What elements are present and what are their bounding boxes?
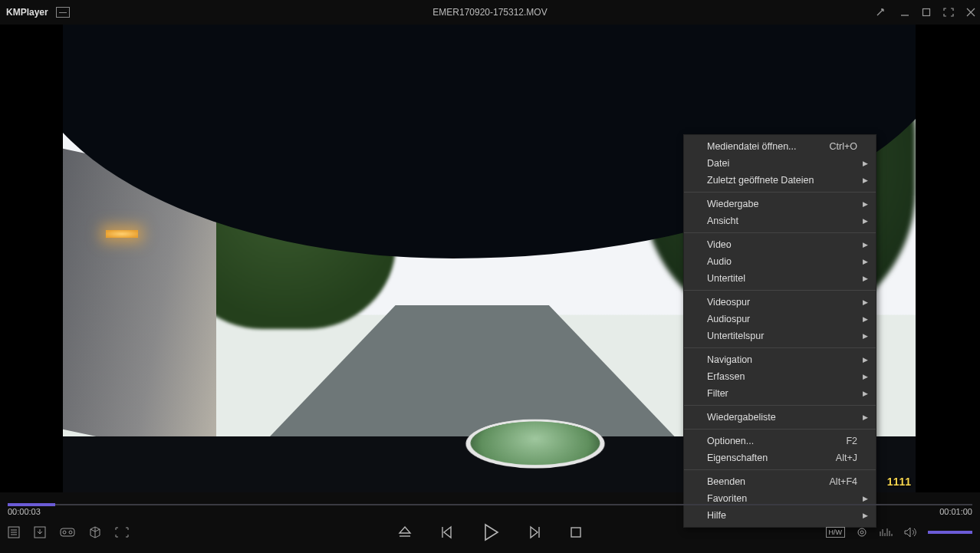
window-controls — [876, 0, 975, 25]
menu-item[interactable]: EigenschaftenAlt+J — [684, 449, 876, 466]
menu-item[interactable]: Mediendatei öffnen...Ctrl+O — [684, 138, 876, 155]
menu-item[interactable]: BeendenAlt+F4 — [684, 473, 876, 490]
close-button[interactable] — [966, 8, 975, 17]
time-elapsed: 00:00:03 — [8, 507, 41, 516]
menu-item-label: Videospur — [707, 297, 750, 308]
menu-item-label: Optionen... — [707, 436, 754, 446]
chevron-right-icon: ▶ — [863, 160, 868, 167]
menu-item[interactable]: Audiospur▶ — [684, 311, 876, 328]
menu-item[interactable]: Untertitel▶ — [684, 270, 876, 287]
chevron-right-icon: ▶ — [863, 298, 868, 306]
menu-item-label: Untertitel — [707, 273, 745, 284]
menu-item-label: Navigation — [707, 354, 752, 365]
file-title: EMER170920-175312.MOV — [0, 7, 980, 18]
chevron-right-icon: ▶ — [863, 200, 868, 208]
next-button[interactable] — [528, 525, 542, 540]
menu-item-shortcut: F2 — [846, 436, 857, 446]
vr-icon[interactable] — [60, 527, 75, 538]
menu-item-label: Ansicht — [707, 216, 738, 226]
menu-item-shortcut: Alt+F4 — [830, 476, 857, 487]
menu-item[interactable]: Video▶ — [684, 236, 876, 253]
playlist-icon[interactable] — [8, 526, 20, 538]
menu-item[interactable]: Zuletzt geöffnete Dateien▶ — [684, 172, 876, 189]
svg-rect-1 — [923, 9, 930, 16]
menu-item[interactable]: Navigation▶ — [684, 351, 876, 368]
minimize-button[interactable] — [900, 8, 909, 17]
chevron-right-icon: ▶ — [863, 373, 868, 380]
menu-item-shortcut: Ctrl+O — [830, 141, 857, 152]
chevron-right-icon: ▶ — [863, 258, 868, 265]
volume-slider[interactable] — [928, 531, 972, 534]
svg-point-12 — [858, 528, 866, 536]
menu-item[interactable]: Untertitelspur▶ — [684, 328, 876, 344]
menu-item-label: Wiedergabeliste — [707, 412, 776, 423]
menu-item[interactable]: Videospur▶ — [684, 294, 876, 311]
chevron-right-icon: ▶ — [863, 315, 868, 323]
menu-item-label: Wiedergabe — [707, 199, 758, 209]
time-row: 00:00:03 00:01:00 — [0, 505, 980, 516]
right-controls: H/W — [826, 526, 973, 538]
menu-item-label: Eigenschaften — [707, 453, 768, 463]
chevron-right-icon: ▶ — [863, 390, 868, 397]
chevron-right-icon: ▶ — [863, 217, 868, 225]
chevron-right-icon: ▶ — [863, 241, 868, 249]
settings-icon[interactable] — [856, 526, 868, 538]
menu-item-label: Beenden — [707, 476, 745, 487]
hw-badge[interactable]: H/W — [826, 527, 846, 538]
play-button[interactable] — [481, 522, 501, 543]
svg-point-8 — [63, 531, 66, 534]
video-viewport[interactable]: BP3.0 FH 1111 Mediendatei öffnen...Ctrl+… — [0, 25, 980, 492]
seek-progress — [8, 503, 55, 506]
menu-item-shortcut: Alt+J — [836, 453, 857, 463]
chevron-right-icon: ▶ — [863, 275, 868, 282]
menu-item-label: Zuletzt geöffnete Dateien — [707, 175, 814, 186]
menu-item[interactable]: Optionen...F2 — [684, 433, 876, 449]
svg-point-13 — [860, 531, 863, 534]
cube-icon[interactable] — [89, 526, 101, 538]
menu-item-label: Audiospur — [707, 314, 750, 324]
left-icons — [8, 526, 129, 538]
menu-item[interactable]: Wiedergabe▶ — [684, 196, 876, 212]
menu-item-label: Mediendatei öffnen... — [707, 141, 797, 152]
menu-item[interactable]: Filter▶ — [684, 385, 876, 402]
menu-item-label: Audio — [707, 256, 732, 267]
menu-item-label: Erfassen — [707, 371, 745, 382]
control-bar: 00:00:03 00:01:00 H/W — [0, 492, 980, 553]
menu-item-label: Datei — [707, 158, 729, 169]
menu-item-label: Video — [707, 239, 732, 250]
svg-rect-11 — [571, 528, 580, 537]
previous-button[interactable] — [439, 525, 453, 540]
svg-point-9 — [69, 531, 72, 534]
chevron-right-icon: ▶ — [863, 332, 868, 340]
menu-item[interactable]: Ansicht▶ — [684, 212, 876, 229]
volume-icon[interactable] — [903, 526, 917, 538]
maximize-button[interactable] — [922, 8, 931, 17]
menu-item[interactable]: Audio▶ — [684, 253, 876, 270]
chevron-right-icon: ▶ — [863, 176, 868, 184]
menu-item-label: Untertitelspur — [707, 331, 764, 341]
seek-bar[interactable] — [0, 495, 980, 505]
title-bar: KMPlayer EMER170920-175312.MOV — [0, 0, 980, 25]
download-icon[interactable] — [34, 526, 46, 538]
context-menu: Mediendatei öffnen...Ctrl+ODatei▶Zuletzt… — [683, 134, 876, 528]
menu-item-label: Filter — [707, 388, 728, 399]
time-total: 00:01:00 — [939, 507, 972, 516]
menu-item[interactable]: Erfassen▶ — [684, 368, 876, 385]
eject-button[interactable] — [398, 525, 412, 540]
chevron-right-icon: ▶ — [863, 356, 868, 364]
menu-item[interactable]: Wiedergabeliste▶ — [684, 409, 876, 426]
chevron-right-icon: ▶ — [863, 413, 868, 421]
stop-button[interactable] — [570, 526, 582, 538]
playback-controls — [398, 522, 582, 543]
fullscreen-button[interactable] — [943, 8, 954, 17]
capture-icon[interactable] — [115, 527, 129, 538]
equalizer-icon[interactable] — [879, 527, 893, 538]
bottom-row: H/W — [0, 516, 980, 548]
menu-item[interactable]: Datei▶ — [684, 155, 876, 172]
pin-icon[interactable] — [876, 7, 888, 18]
